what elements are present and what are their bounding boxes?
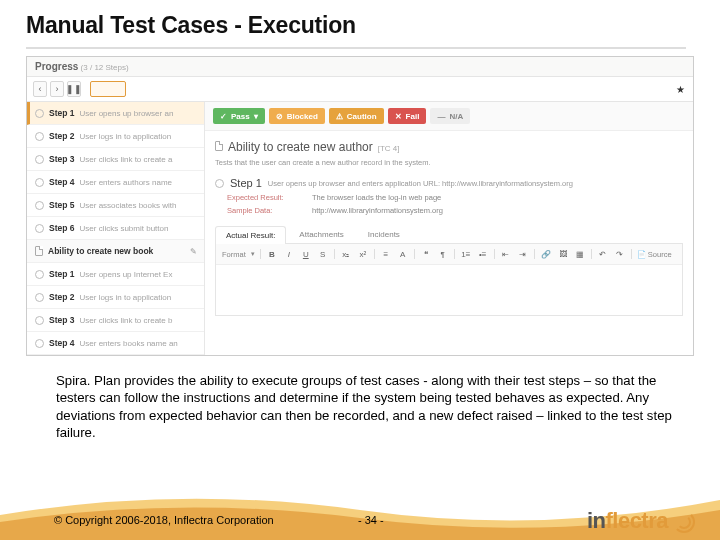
sidebar-step[interactable]: Step 2User logs in to application xyxy=(27,286,204,309)
link-icon[interactable]: 🔗 xyxy=(540,248,552,260)
underline-icon[interactable]: U xyxy=(300,248,312,260)
na-label: N/A xyxy=(449,112,463,121)
step-desc: User clicks link to create a xyxy=(80,155,173,164)
sup-icon[interactable]: x² xyxy=(357,248,369,260)
doc-icon xyxy=(35,246,43,256)
step-label: Step 5 xyxy=(49,200,75,210)
sidebar-step[interactable]: Step 3User clicks link to create a xyxy=(27,148,204,171)
testcase-name: Ability to create new author xyxy=(228,140,373,154)
copyright: © Copyright 2006-2018, Inflectra Corpora… xyxy=(54,514,274,526)
caution-button[interactable]: ⚠ Caution xyxy=(329,108,384,124)
step-label: Step 4 xyxy=(49,177,75,187)
tab-attachments[interactable]: Attachments xyxy=(288,225,354,243)
tab-incidents[interactable]: Incidents xyxy=(357,225,411,243)
nav-row: ‹ › ❚❚ ★ xyxy=(27,77,693,102)
list-ol-icon[interactable]: 1≡ xyxy=(460,248,472,260)
blocked-button[interactable]: ⊘ Blocked xyxy=(269,108,325,124)
editor-toolbar: Format▾ B I U S x₂ x² ≡ A ❝ ¶ 1≡ xyxy=(216,244,682,265)
slide-title: Manual Test Cases - Execution xyxy=(0,0,720,39)
sidebar-step[interactable]: Step 2User logs in to application xyxy=(27,125,204,148)
inflectra-logo: inflectra xyxy=(587,508,694,534)
step-desc: User logs in to application xyxy=(80,293,172,302)
step-label: Step 1 xyxy=(49,108,75,118)
status-buttons: ✓ Pass ▾ ⊘ Blocked ⚠ Caution ✕ Fail — N/… xyxy=(205,102,693,131)
testcase-header: Ability to create new author [TC 4] Test… xyxy=(205,131,693,173)
expected-value: The browser loads the log-in web page xyxy=(312,193,441,202)
page-number: - 34 - xyxy=(358,514,384,526)
sidebar-step[interactable]: Step 5User associates books with xyxy=(27,194,204,217)
editor-textarea[interactable] xyxy=(216,265,682,315)
next-button[interactable]: › xyxy=(50,81,64,97)
testcase-desc: Tests that the user can create a new aut… xyxy=(215,158,683,167)
step-label: Step 2 xyxy=(49,292,75,302)
step-desc: User clicks submit button xyxy=(80,224,169,233)
blocked-label: Blocked xyxy=(287,112,318,121)
outdent-icon[interactable]: ⇤ xyxy=(500,248,512,260)
redo-icon[interactable]: ↷ xyxy=(614,248,626,260)
sample-key: Sample Data: xyxy=(227,206,312,215)
progress-label: Progress xyxy=(35,61,78,72)
step-label: Step 2 xyxy=(49,131,75,141)
pause-button[interactable]: ❚❚ xyxy=(67,81,81,97)
paragraph-icon[interactable]: ¶ xyxy=(437,248,449,260)
prev-button[interactable]: ‹ xyxy=(33,81,47,97)
step-label: Step 6 xyxy=(49,223,75,233)
step-desc: User enters books name an xyxy=(80,339,178,348)
sidebar-step[interactable]: Step 1User opens up browser an xyxy=(27,102,204,125)
image-icon[interactable]: 🖼 xyxy=(557,248,569,260)
current-step-name: Step 1 xyxy=(230,177,262,189)
swirl-icon xyxy=(672,510,694,532)
main-panel: ✓ Pass ▾ ⊘ Blocked ⚠ Caution ✕ Fail — N/… xyxy=(205,102,693,355)
logo-in: in xyxy=(587,508,606,533)
table-icon[interactable]: ▦ xyxy=(574,248,586,260)
star-icon[interactable]: ★ xyxy=(673,82,687,96)
sidebar-step[interactable]: Step 6User clicks submit button xyxy=(27,217,204,240)
current-step-desc: User opens up browser and enters applica… xyxy=(268,179,573,188)
current-step-header: Step 1 User opens up browser and enters … xyxy=(205,173,693,191)
sidebar: Step 1User opens up browser an Step 2Use… xyxy=(27,102,205,355)
tab-actual-result[interactable]: Actual Result: xyxy=(215,226,286,244)
edit-icon[interactable]: ✎ xyxy=(190,247,198,255)
pass-button[interactable]: ✓ Pass ▾ xyxy=(213,108,265,124)
radio-icon xyxy=(35,316,44,325)
editor: Format▾ B I U S x₂ x² ≡ A ❝ ¶ 1≡ xyxy=(215,244,683,316)
pass-label: Pass xyxy=(231,112,250,121)
slide-description: Spira. Plan provides the ability to exec… xyxy=(0,356,720,442)
play-button[interactable] xyxy=(90,81,126,97)
fail-button[interactable]: ✕ Fail xyxy=(388,108,427,124)
sidebar-step[interactable]: Step 3User clicks link to create b xyxy=(27,309,204,332)
list-ul-icon[interactable]: •≡ xyxy=(477,248,489,260)
step-desc: User opens up Internet Ex xyxy=(80,270,173,279)
fail-label: Fail xyxy=(406,112,420,121)
strike-icon[interactable]: S xyxy=(317,248,329,260)
caution-label: Caution xyxy=(347,112,377,121)
align-icon[interactable]: ≡ xyxy=(380,248,392,260)
expected-key: Expected Result: xyxy=(227,193,312,202)
italic-icon[interactable]: I xyxy=(283,248,295,260)
quote-icon[interactable]: ❝ xyxy=(420,248,432,260)
logo-flectra: flectra xyxy=(605,508,668,533)
step-label: Step 4 xyxy=(49,338,75,348)
bold-icon[interactable]: B xyxy=(266,248,278,260)
radio-icon xyxy=(35,109,44,118)
progress-count: (3 / 12 Steps) xyxy=(81,63,129,72)
na-button[interactable]: — N/A xyxy=(430,108,470,124)
step-desc: User enters authors name xyxy=(80,178,173,187)
doc-icon xyxy=(215,141,223,151)
sidebar-step[interactable]: Step 4User enters books name an xyxy=(27,332,204,355)
sidebar-step[interactable]: Step 4User enters authors name xyxy=(27,171,204,194)
undo-icon[interactable]: ↶ xyxy=(597,248,609,260)
app-body: Step 1User opens up browser an Step 2Use… xyxy=(27,102,693,355)
source-button[interactable]: 📄 Source xyxy=(637,250,672,259)
step-label: Step 3 xyxy=(49,315,75,325)
color-icon[interactable]: A xyxy=(397,248,409,260)
step-label: Step 3 xyxy=(49,154,75,164)
step-desc: User clicks link to create b xyxy=(80,316,173,325)
sub-icon[interactable]: x₂ xyxy=(340,248,352,260)
step-desc: User opens up browser an xyxy=(80,109,174,118)
step-label: Step 1 xyxy=(49,269,75,279)
indent-icon[interactable]: ⇥ xyxy=(517,248,529,260)
format-dropdown[interactable]: Format xyxy=(222,250,246,259)
sidebar-step[interactable]: Step 1User opens up Internet Ex xyxy=(27,263,204,286)
sidebar-group[interactable]: Ability to create new book✎ xyxy=(27,240,204,263)
